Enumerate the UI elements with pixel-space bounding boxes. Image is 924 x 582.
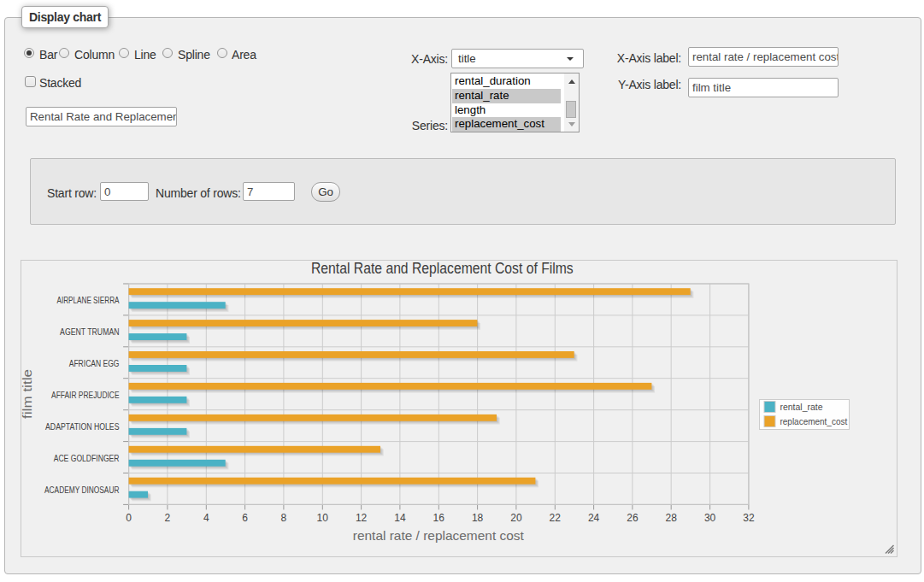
svg-text:rental rate / replacement cost: rental rate / replacement cost	[353, 528, 525, 543]
svg-text:16: 16	[433, 512, 445, 524]
svg-text:AIRPLANE SIERRA: AIRPLANE SIERRA	[57, 296, 120, 305]
svg-text:6: 6	[242, 512, 248, 524]
svg-text:film title: film title	[21, 369, 34, 419]
svg-text:AGENT TRUMAN: AGENT TRUMAN	[60, 327, 119, 337]
svg-text:22: 22	[550, 512, 562, 524]
svg-text:replacement_cost: replacement_cost	[780, 415, 848, 426]
svg-text:30: 30	[704, 512, 716, 524]
svg-text:18: 18	[472, 512, 484, 524]
svg-text:8: 8	[281, 512, 287, 524]
svg-text:AFFAIR PREJUDICE: AFFAIR PREJUDICE	[51, 391, 120, 400]
svg-text:14: 14	[394, 512, 406, 524]
svg-text:AFRICAN EGG: AFRICAN EGG	[69, 359, 120, 368]
svg-text:28: 28	[666, 512, 678, 524]
svg-text:12: 12	[356, 512, 368, 524]
svg-text:rental_rate: rental_rate	[780, 401, 823, 412]
svg-text:32: 32	[743, 512, 755, 524]
svg-text:ADAPTATION HOLES: ADAPTATION HOLES	[45, 422, 120, 432]
svg-text:4: 4	[203, 512, 209, 524]
svg-text:10: 10	[317, 512, 329, 524]
svg-text:26: 26	[627, 512, 639, 524]
svg-text:0: 0	[126, 512, 132, 524]
svg-text:20: 20	[510, 512, 522, 524]
svg-text:2: 2	[165, 512, 171, 524]
svg-text:ACE GOLDFINGER: ACE GOLDFINGER	[54, 454, 120, 463]
svg-text:ACADEMY DINOSAUR: ACADEMY DINOSAUR	[44, 485, 120, 495]
svg-text:Rental Rate and Replacement Co: Rental Rate and Replacement Cost of Film…	[311, 261, 574, 277]
svg-text:24: 24	[588, 512, 600, 524]
